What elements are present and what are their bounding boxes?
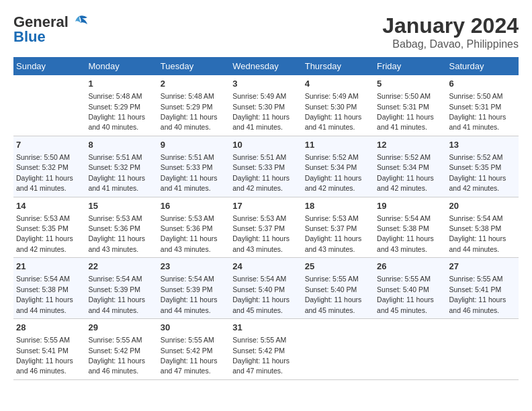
day-header-sunday: Sunday [13,57,85,75]
calendar-cell: 15Sunrise: 5:53 AMSunset: 5:36 PMDayligh… [85,197,157,258]
calendar-cell: 9Sunrise: 5:51 AMSunset: 5:33 PMDaylight… [158,136,230,197]
title-block: January 2024 Babag, Davao, Philippines [382,13,519,50]
day-header-tuesday: Tuesday [158,57,230,75]
day-number: 2 [161,78,227,90]
day-number: 12 [377,139,443,151]
calendar-cell: 1Sunrise: 5:48 AMSunset: 5:29 PMDaylight… [85,75,157,136]
day-number: 19 [377,200,443,212]
calendar-cell: 6Sunrise: 5:50 AMSunset: 5:31 PMDaylight… [447,75,519,136]
calendar-cell: 24Sunrise: 5:54 AMSunset: 5:40 PMDayligh… [230,258,302,319]
calendar-cell [447,319,519,380]
calendar-cell: 19Sunrise: 5:54 AMSunset: 5:38 PMDayligh… [374,197,446,258]
calendar-cell: 22Sunrise: 5:54 AMSunset: 5:39 PMDayligh… [85,258,157,319]
sunrise-info: Sunrise: 5:53 AMSunset: 5:36 PMDaylight:… [161,214,218,253]
day-number: 6 [449,78,516,90]
calendar-cell: 16Sunrise: 5:53 AMSunset: 5:36 PMDayligh… [158,197,230,258]
day-header-monday: Monday [85,57,157,75]
calendar-cell [374,319,446,380]
calendar-cell: 13Sunrise: 5:52 AMSunset: 5:35 PMDayligh… [447,136,519,197]
day-number: 1 [88,78,154,90]
sunrise-info: Sunrise: 5:53 AMSunset: 5:35 PMDaylight:… [16,214,73,253]
sunrise-info: Sunrise: 5:54 AMSunset: 5:39 PMDaylight:… [161,275,218,314]
calendar-cell: 10Sunrise: 5:51 AMSunset: 5:33 PMDayligh… [230,136,302,197]
sunrise-info: Sunrise: 5:50 AMSunset: 5:31 PMDaylight:… [377,92,434,131]
week-row-2: 7Sunrise: 5:50 AMSunset: 5:32 PMDaylight… [13,136,519,197]
sunrise-info: Sunrise: 5:55 AMSunset: 5:42 PMDaylight:… [232,336,290,375]
day-number: 5 [377,78,443,90]
day-header-thursday: Thursday [302,57,374,75]
day-number: 24 [232,261,299,273]
calendar-cell: 29Sunrise: 5:55 AMSunset: 5:42 PMDayligh… [85,319,157,380]
sunrise-info: Sunrise: 5:51 AMSunset: 5:33 PMDaylight:… [232,153,290,192]
calendar-cell: 23Sunrise: 5:54 AMSunset: 5:39 PMDayligh… [158,258,230,319]
sunrise-info: Sunrise: 5:51 AMSunset: 5:33 PMDaylight:… [161,153,218,192]
day-number: 13 [449,139,516,151]
day-number: 3 [232,78,299,90]
calendar-cell: 28Sunrise: 5:55 AMSunset: 5:41 PMDayligh… [13,319,85,380]
sunrise-info: Sunrise: 5:48 AMSunset: 5:29 PMDaylight:… [88,92,145,131]
calendar-cell: 14Sunrise: 5:53 AMSunset: 5:35 PMDayligh… [13,197,85,258]
day-number: 7 [16,139,83,151]
day-number: 26 [377,261,443,273]
sunrise-info: Sunrise: 5:52 AMSunset: 5:34 PMDaylight:… [305,153,362,192]
sunrise-info: Sunrise: 5:55 AMSunset: 5:40 PMDaylight:… [377,275,434,314]
day-number: 29 [88,322,154,334]
day-number: 15 [88,200,154,212]
day-number: 14 [16,200,83,212]
week-row-5: 28Sunrise: 5:55 AMSunset: 5:41 PMDayligh… [13,319,519,380]
week-row-4: 21Sunrise: 5:54 AMSunset: 5:38 PMDayligh… [13,258,519,319]
calendar-cell: 18Sunrise: 5:53 AMSunset: 5:37 PMDayligh… [302,197,374,258]
sunrise-info: Sunrise: 5:54 AMSunset: 5:40 PMDaylight:… [232,275,290,314]
calendar-table: SundayMondayTuesdayWednesdayThursdayFrid… [13,57,519,380]
week-row-3: 14Sunrise: 5:53 AMSunset: 5:35 PMDayligh… [13,197,519,258]
sunrise-info: Sunrise: 5:54 AMSunset: 5:39 PMDaylight:… [88,275,145,314]
day-number: 23 [161,261,227,273]
day-number: 10 [232,139,299,151]
calendar-subtitle: Babag, Davao, Philippines [382,38,519,50]
sunrise-info: Sunrise: 5:50 AMSunset: 5:32 PMDaylight:… [16,153,73,192]
day-number: 28 [16,322,83,334]
calendar-cell [13,75,85,136]
sunrise-info: Sunrise: 5:52 AMSunset: 5:34 PMDaylight:… [377,153,434,192]
calendar-cell: 17Sunrise: 5:53 AMSunset: 5:37 PMDayligh… [230,197,302,258]
sunrise-info: Sunrise: 5:50 AMSunset: 5:31 PMDaylight:… [449,92,506,131]
calendar-cell: 27Sunrise: 5:55 AMSunset: 5:41 PMDayligh… [447,258,519,319]
page-header: General Blue January 2024 Babag, Davao, … [13,13,519,50]
day-number: 8 [88,139,154,151]
calendar-cell: 7Sunrise: 5:50 AMSunset: 5:32 PMDaylight… [13,136,85,197]
sunrise-info: Sunrise: 5:54 AMSunset: 5:38 PMDaylight:… [449,214,506,253]
day-number: 30 [161,322,227,334]
day-header-saturday: Saturday [447,57,519,75]
sunrise-info: Sunrise: 5:48 AMSunset: 5:29 PMDaylight:… [161,92,218,131]
day-header-friday: Friday [374,57,446,75]
day-header-wednesday: Wednesday [230,57,302,75]
sunrise-info: Sunrise: 5:53 AMSunset: 5:36 PMDaylight:… [88,214,145,253]
sunrise-info: Sunrise: 5:49 AMSunset: 5:30 PMDaylight:… [232,92,290,131]
day-number: 25 [305,261,371,273]
day-number: 18 [305,200,371,212]
sunrise-info: Sunrise: 5:55 AMSunset: 5:42 PMDaylight:… [161,336,218,375]
week-row-1: 1Sunrise: 5:48 AMSunset: 5:29 PMDaylight… [13,75,519,136]
calendar-cell: 2Sunrise: 5:48 AMSunset: 5:29 PMDaylight… [158,75,230,136]
sunrise-info: Sunrise: 5:54 AMSunset: 5:38 PMDaylight:… [16,275,73,314]
calendar-cell: 21Sunrise: 5:54 AMSunset: 5:38 PMDayligh… [13,258,85,319]
calendar-cell: 8Sunrise: 5:51 AMSunset: 5:32 PMDaylight… [85,136,157,197]
calendar-cell: 3Sunrise: 5:49 AMSunset: 5:30 PMDaylight… [230,75,302,136]
sunrise-info: Sunrise: 5:55 AMSunset: 5:41 PMDaylight:… [449,275,506,314]
calendar-cell: 5Sunrise: 5:50 AMSunset: 5:31 PMDaylight… [374,75,446,136]
sunrise-info: Sunrise: 5:55 AMSunset: 5:40 PMDaylight:… [305,275,362,314]
calendar-cell: 31Sunrise: 5:55 AMSunset: 5:42 PMDayligh… [230,319,302,380]
sunrise-info: Sunrise: 5:55 AMSunset: 5:42 PMDaylight:… [88,336,145,375]
day-number: 27 [449,261,516,273]
sunrise-info: Sunrise: 5:53 AMSunset: 5:37 PMDaylight:… [232,214,290,253]
logo-blue: Blue [13,28,46,46]
days-header-row: SundayMondayTuesdayWednesdayThursdayFrid… [13,57,519,75]
day-number: 4 [305,78,371,90]
sunrise-info: Sunrise: 5:52 AMSunset: 5:35 PMDaylight:… [449,153,506,192]
sunrise-info: Sunrise: 5:54 AMSunset: 5:38 PMDaylight:… [377,214,434,253]
calendar-cell: 11Sunrise: 5:52 AMSunset: 5:34 PMDayligh… [302,136,374,197]
day-number: 31 [232,322,299,334]
calendar-title: January 2024 [382,13,519,38]
day-number: 20 [449,200,516,212]
day-number: 11 [305,139,371,151]
